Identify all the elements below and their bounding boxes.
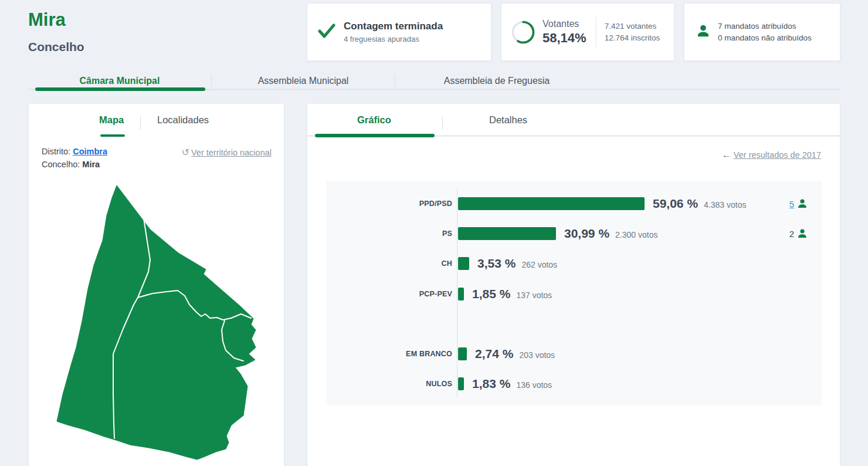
votes-value: 4.383 votos [704,198,746,210]
card-counting-status: Contagem terminada 4 freguesias apuradas [307,3,491,61]
chart-row-ppd-psd: PPD/PSD 59,06 % 4.383 votos 5 [326,197,822,210]
party-label: PPD/PSD [335,200,452,208]
election-results-page: Mira Concelho Contagem terminada 4 fregu… [0,0,868,466]
tab-mapa[interactable]: Mapa [99,114,124,126]
card-turnout: Votantes 58,14% 7.421 votantes 12.764 in… [501,3,674,61]
bar[interactable] [458,257,469,270]
person-icon [797,198,808,209]
subtab-active-indicator [100,134,125,137]
results-bar-chart: PPD/PSD 59,06 % 4.383 votos 5 PS 30,99 %… [326,181,822,406]
seats-count: 2 [789,229,794,239]
national-territory-link[interactable]: ↺Ver território nacional [182,147,272,158]
main-tab-bar: Câmara Municipal Assembleia Municipal As… [28,73,598,89]
divider [140,116,141,130]
chart-row-pcp-pev: PCP-PEV 1,85 % 137 votos [326,288,822,300]
national-territory-label: Ver território nacional [191,148,272,157]
chart-row-em-branco: EM BRANCO 2,74 % 203 votos [326,347,822,360]
undo-icon: ↺ [182,147,189,158]
council-label: Concelho: [42,160,80,169]
subtab-active-indicator [315,134,435,137]
votes-value: 136 votos [516,379,552,390]
results-2017-label: Ver resultados de 2017 [734,150,821,160]
turnout-voters: 7.421 votantes [605,21,660,32]
person-icon [797,228,808,239]
percent-value: 59,06 % [653,197,698,211]
party-label: PS [335,229,452,238]
bar[interactable] [458,347,467,360]
votes-value: 137 votos [516,289,552,300]
percent-value: 1,85 % [472,287,510,301]
party-label: NULOS [335,380,452,388]
party-label: CH [335,259,452,268]
tab-assembleia-freguesia[interactable]: Assembleia de Freguesia [395,73,598,89]
tab-grafico[interactable]: Gráfico [357,114,391,126]
percent-value: 3,53 % [477,256,516,271]
votes-value: 203 votos [519,349,555,360]
council-value: Mira [82,160,100,169]
page-title: Mira [28,9,66,31]
bar[interactable] [458,377,464,390]
turnout-ring-icon [511,20,535,45]
tab-detalhes[interactable]: Detalhes [489,114,527,126]
chart-row-nulos: NULOS 1,83 % 136 votos [326,377,822,390]
party-label: EM BRANCO [335,350,452,358]
percent-value: 2,74 % [475,347,513,361]
turnout-registered: 12.764 inscritos [605,32,660,44]
bar[interactable] [458,197,645,210]
tab-active-indicator [35,87,205,91]
district-label: Distrito: [42,147,70,156]
party-label: PCP-PEV [335,290,452,298]
votes-value: 2.300 votos [615,228,657,239]
mandates-unassigned: 0 mandatos não atribuídos [718,32,812,44]
page-subtitle: Concelho [28,40,84,54]
counting-status-subtitle: 4 freguesias apuradas [344,35,443,43]
map-panel: Mapa Localidades Distrito: Coimbra ↺Ver … [28,103,284,466]
percent-value: 1,83 % [472,377,510,391]
chart-row-ch: CH 3,53 % 262 votos [326,257,822,270]
bar[interactable] [458,288,464,300]
bar[interactable] [458,227,556,240]
turnout-percent: 58,14% [542,31,586,46]
counting-status-title: Contagem terminada [344,21,443,32]
municipality-map[interactable] [55,181,257,462]
mandates-assigned: 7 mandatos atribuídos [718,21,812,32]
results-2017-link[interactable]: ←Ver resultados de 2017 [722,150,821,160]
tab-camara-municipal[interactable]: Câmara Municipal [28,73,211,89]
left-arrow-icon: ← [722,150,731,160]
district-link[interactable]: Coimbra [73,147,107,156]
seats-count-link[interactable]: 5 [789,199,794,209]
votes-value: 262 votos [521,258,557,269]
divider [596,17,596,48]
check-icon [318,23,335,41]
seats-indicator: 5 [789,197,808,210]
divider [442,116,443,130]
chart-row-ps: PS 30,99 % 2.300 votos 2 [326,227,822,240]
tab-assembleia-municipal[interactable]: Assembleia Municipal [212,73,395,89]
results-panel: Gráfico Detalhes ←Ver resultados de 2017… [307,103,840,466]
tab-localidades[interactable]: Localidades [157,114,209,126]
person-icon [696,24,710,40]
percent-value: 30,99 % [564,227,609,241]
card-mandates: 7 mandatos atribuídos 0 mandatos não atr… [684,3,840,61]
seats-indicator: 2 [789,227,808,240]
turnout-label: Votantes [542,19,586,29]
